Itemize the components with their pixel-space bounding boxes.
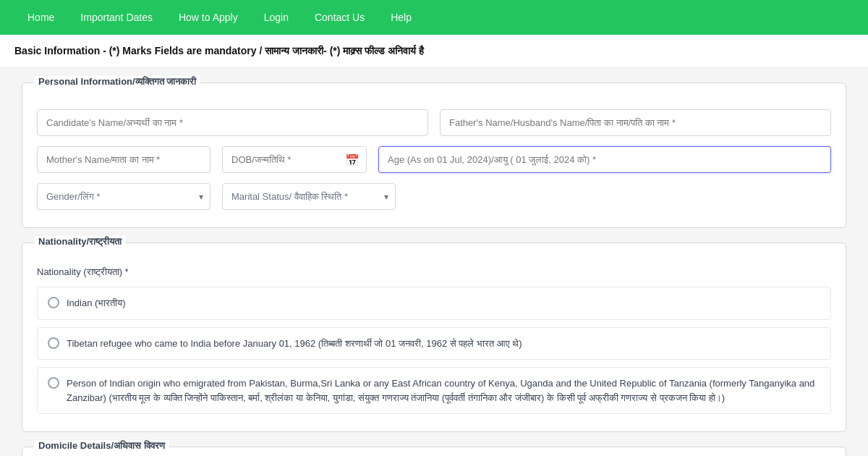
radio-person-of-indian-origin[interactable] <box>48 377 59 389</box>
nav-home[interactable]: Home <box>14 0 67 35</box>
nationality-option-indian[interactable]: Indian (भारतीय) <box>37 287 831 320</box>
age-input[interactable] <box>378 146 831 173</box>
marital-status-select[interactable]: Marital Status/ वैवाहिक स्थिति * <box>222 183 396 210</box>
marital-status-field: Marital Status/ वैवाहिक स्थिति * ▾ <box>222 183 396 210</box>
gender-select[interactable]: Gender/लिंग * <box>37 183 210 210</box>
radio-indian[interactable] <box>48 297 59 308</box>
nationality-person-of-indian-origin-text: Person of Indian origin who emigrated fr… <box>67 376 820 405</box>
nav-how-to-apply[interactable]: How to Apply <box>166 0 251 35</box>
nationality-section: Nationality/राष्ट्रीयता Nationality (राष… <box>22 242 846 432</box>
nav-login[interactable]: Login <box>251 0 302 35</box>
nationality-section-title: Nationality/राष्ट्रीयता <box>34 236 126 248</box>
mothers-name-input[interactable] <box>37 146 210 173</box>
nav-important-dates[interactable]: Important Dates <box>67 0 166 35</box>
gender-field: Gender/लिंग * ▾ <box>37 183 210 210</box>
mothers-name-field <box>37 146 210 173</box>
page-header: Basic Information - (*) Marks Fields are… <box>0 35 868 68</box>
personal-info-row-1 <box>37 109 831 136</box>
candidate-name-input[interactable] <box>37 109 428 136</box>
personal-info-section: Personal Information/व्यक्तिगत जानकारी 📅 <box>22 83 846 228</box>
nationality-option-person-of-indian-origin[interactable]: Person of Indian origin who emigrated fr… <box>37 367 831 414</box>
candidate-name-field <box>37 109 428 136</box>
main-content: Personal Information/व्यक्तिगत जानकारी 📅 <box>0 68 868 456</box>
personal-info-title: Personal Information/व्यक्तिगत जानकारी <box>34 76 200 88</box>
dob-field: 📅 <box>222 146 367 173</box>
personal-info-row-3: Gender/लिंग * ▾ Marital Status/ वैवाहिक … <box>37 183 831 210</box>
radio-tibetan[interactable] <box>48 337 59 349</box>
domicile-section: Domicile Details/अधिवास विवरण Domicile o… <box>22 447 846 456</box>
dob-input[interactable] <box>222 146 367 173</box>
fathers-name-field <box>440 109 831 136</box>
page-header-text: Basic Information - (*) Marks Fields are… <box>14 45 424 56</box>
fathers-name-input[interactable] <box>440 109 831 136</box>
nationality-tibetan-text: Tibetan refugee who came to India before… <box>67 337 522 351</box>
domicile-section-title: Domicile Details/अधिवास विवरण <box>34 440 169 452</box>
nationality-label: Nationality (राष्ट्रीयता) * <box>37 266 831 278</box>
nationality-indian-text: Indian (भारतीय) <box>67 296 126 311</box>
nav-contact-us[interactable]: Contact Us <box>302 0 378 35</box>
nationality-option-tibetan[interactable]: Tibetan refugee who came to India before… <box>37 327 831 360</box>
navbar: Home Important Dates How to Apply Login … <box>0 0 868 35</box>
age-field <box>378 146 831 173</box>
nav-help[interactable]: Help <box>378 0 425 35</box>
personal-info-row-2: 📅 <box>37 146 831 173</box>
